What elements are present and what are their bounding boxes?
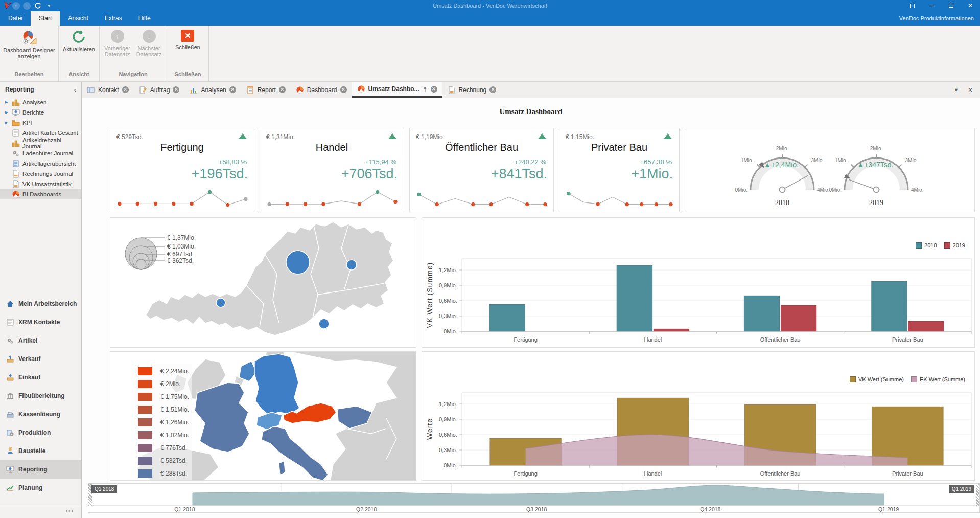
kpi-card-privater-bau[interactable]: € 1,15Mio. Privater Bau +657,30 % +1Mio.: [559, 128, 680, 212]
menu-start[interactable]: Start: [31, 11, 60, 26]
sidebar-item-mein-arbeitsbereich[interactable]: Mein Arbeitsbereich: [0, 295, 81, 313]
tab-rechnung[interactable]: Rechnung ✕: [442, 82, 502, 98]
gauge-panel[interactable]: 0Mio.1Mio.2Mio.3Mio.4Mio.▲+2,4Mio.2018 0…: [686, 128, 975, 212]
sidebar-item-produktion[interactable]: Produktion: [0, 423, 81, 442]
product-info-link[interactable]: VenDoc Produktinformationen: [899, 11, 980, 26]
europe-map-panel[interactable]: € 2,24Mio. € 2Mio. € 1,75Mio. € 1,51Mio.…: [110, 351, 416, 481]
tab-close-icon[interactable]: ✕: [489, 86, 496, 93]
tree-item-ladenh-ter-journal[interactable]: Ladenhüter Journal: [0, 148, 81, 159]
time-range-selector[interactable]: Q1 2018Q2 2018Q3 2018Q4 2018Q1 2019 Q1 2…: [88, 483, 980, 513]
range-handle-right[interactable]: [976, 484, 979, 506]
minimize-button[interactable]: [922, 0, 941, 11]
gears-icon: [6, 336, 14, 345]
kpi-percent: +115,94 %: [365, 158, 396, 166]
austria-map-panel[interactable]: € 1,37Mio. € 1,03Mio. € 697Tsd. € 362Tsd…: [110, 217, 416, 348]
gauge-2019: 0Mio.1Mio.2Mio.3Mio.4Mio.▲+347Tsd.2019: [820, 132, 932, 210]
menu-hilfe[interactable]: Hilfe: [130, 11, 159, 26]
tree-item-rechnungs-journal[interactable]: Rechnungs Journal: [0, 169, 81, 179]
quick-access-dropdown[interactable]: ▼: [47, 4, 51, 8]
tab-close-icon[interactable]: ✕: [340, 86, 347, 93]
svg-text:2Mio.: 2Mio.: [776, 146, 788, 151]
menu-datei[interactable]: Datei: [0, 11, 31, 26]
legend-label: € 2,24Mio.: [160, 368, 189, 375]
sidebar-item-verkauf[interactable]: Verkauf: [0, 350, 81, 368]
menu-extras[interactable]: Extras: [97, 11, 130, 26]
vk-ek-chart-panel[interactable]: 0Mio.0,3Mio.0,6Mio.0,9Mio.1,2Mio.Fertigu…: [422, 351, 975, 481]
fullscreen-button[interactable]: [902, 0, 922, 11]
svg-text:3Mio.: 3Mio.: [905, 157, 918, 163]
sidebar-item-kassenl-sung[interactable]: Kassenlösung: [0, 405, 81, 423]
dashboard-designer-button[interactable]: Dashboard-Designer anzeigen: [0, 29, 58, 60]
tree-item-artikel-kartei-gesamt[interactable]: Artikel Kartei Gesamt: [0, 128, 81, 138]
tab-close-icon[interactable]: ✕: [229, 86, 236, 93]
svg-text:Q4 2018: Q4 2018: [700, 506, 720, 512]
close-tab-button[interactable]: ✕ Schließen: [173, 29, 202, 51]
pin-icon[interactable]: [423, 86, 428, 92]
close-document-icon[interactable]: ✕: [968, 86, 973, 94]
tree-item-berichte[interactable]: ▶Berichte: [0, 107, 81, 118]
tree-item-bi-dashboards[interactable]: BI Dashboards: [0, 189, 81, 199]
tab-kontakt[interactable]: Kontakt ✕: [82, 82, 134, 98]
next-record-button[interactable]: ↓ Nächster Datensatz: [134, 29, 165, 58]
svg-text:0,6Mio.: 0,6Mio.: [439, 432, 457, 438]
tab-list-dropdown[interactable]: ▼: [954, 87, 959, 93]
tab-umsatz-dashboard[interactable]: Umsatz Dashbo... ✕: [352, 82, 442, 98]
sidebar-item-artikel[interactable]: Artikel: [0, 331, 81, 350]
sidebar-item-planung[interactable]: Planung: [0, 479, 81, 497]
sidebar-overflow[interactable]: •••: [0, 504, 81, 518]
kpi-card-oeffentlicher-bau[interactable]: € 1,19Mio. Öffentlicher Bau +240,22 % +8…: [409, 128, 554, 212]
kpi-card-fertigung[interactable]: € 529Tsd. Fertigung +58,83 % +196Tsd.: [110, 128, 254, 212]
sidebar-item-fibu-berleitung[interactable]: Fibuüberleitung: [0, 387, 81, 405]
arrow-up-circle-icon: ↑: [111, 30, 124, 43]
tree-item-artikeldrehzahl-journal[interactable]: Artikeldrehzahl Journal: [0, 138, 81, 148]
svg-text:0Mio.: 0Mio.: [444, 462, 457, 468]
tab-close-icon[interactable]: ✕: [173, 86, 179, 93]
tab-analysen[interactable]: Analysen ✕: [184, 82, 241, 98]
close-window-button[interactable]: ✕: [961, 0, 980, 11]
tree-item-artikellager-bersicht[interactable]: Artikellagerübersicht: [0, 159, 81, 169]
tab-close-icon[interactable]: ✕: [431, 86, 437, 93]
legend-swatch: [138, 469, 152, 478]
maximize-button[interactable]: [941, 0, 961, 11]
vk-ek-chart: 0Mio.0,3Mio.0,6Mio.0,9Mio.1,2Mio.Fertigu…: [422, 352, 975, 481]
sidebar-item-reporting[interactable]: Reporting: [0, 460, 81, 479]
kpi-card-handel[interactable]: € 1,31Mio. Handel +115,94 % +706Tsd.: [260, 128, 404, 212]
expand-arrow-icon[interactable]: ▶: [5, 121, 9, 125]
tab-report[interactable]: Report ✕: [241, 82, 291, 98]
tab-close-icon[interactable]: ✕: [122, 86, 129, 93]
vk-wert-chart-panel[interactable]: 0Mio.0,3Mio.0,6Mio.0,9Mio.1,2Mio.Fertigu…: [422, 217, 975, 348]
tree-item-kpi[interactable]: ▶KPI: [0, 118, 81, 128]
expand-arrow-icon[interactable]: ▶: [5, 110, 9, 115]
quick-refresh-button[interactable]: [34, 2, 42, 10]
sidebar-item-baustelle[interactable]: Baustelle: [0, 442, 81, 460]
svg-text:Öffentlicher Bau: Öffentlicher Bau: [760, 470, 801, 477]
range-end-badge[interactable]: Q1 2019: [949, 485, 974, 493]
sidebar-item-xrm-kontakte[interactable]: XRM Kontakte: [0, 313, 81, 331]
svg-text:Handel: Handel: [644, 336, 662, 343]
menu-ansicht[interactable]: Ansicht: [60, 11, 96, 26]
window-controls: ✕: [902, 0, 980, 11]
expand-arrow-icon[interactable]: ▶: [5, 100, 9, 104]
tree-item-vk-umsatzstatistik[interactable]: VK Umsatzstatistik: [0, 179, 81, 189]
ribbon: Dashboard-Designer anzeigen Bearbeiten A…: [0, 26, 980, 82]
reporting-tree: ▶Analysen▶Berichte▶KPIArtikel Kartei Ges…: [0, 97, 81, 199]
register-icon: [6, 410, 14, 418]
svg-text:0,6Mio.: 0,6Mio.: [439, 298, 457, 304]
tab-label: Dashboard: [307, 86, 337, 94]
refresh-button[interactable]: Aktualisieren: [61, 29, 97, 53]
svg-text:Werte: Werte: [426, 418, 434, 440]
sidebar-item-einkauf[interactable]: Einkauf: [0, 368, 81, 387]
tab-dashboard[interactable]: Dashboard ✕: [291, 82, 352, 98]
quick-next-record-button[interactable]: ↓: [23, 2, 31, 10]
legend-swatch-ek: [911, 376, 917, 382]
tab-auftrag[interactable]: Auftrag ✕: [134, 82, 185, 98]
kpi-current-value: € 1,15Mio.: [566, 133, 594, 141]
tab-close-icon[interactable]: ✕: [279, 86, 286, 93]
home-icon: [6, 300, 14, 308]
range-start-badge[interactable]: Q1 2018: [91, 485, 117, 493]
previous-record-button[interactable]: ↑ Vorheriger Datensatz: [102, 29, 133, 58]
collapse-sidebar-icon[interactable]: ‹: [74, 86, 76, 94]
tree-item-analysen[interactable]: ▶Analysen: [0, 97, 81, 107]
legend-label: € 2Mio.: [160, 380, 180, 388]
quick-prev-record-button[interactable]: ↑: [12, 2, 20, 10]
